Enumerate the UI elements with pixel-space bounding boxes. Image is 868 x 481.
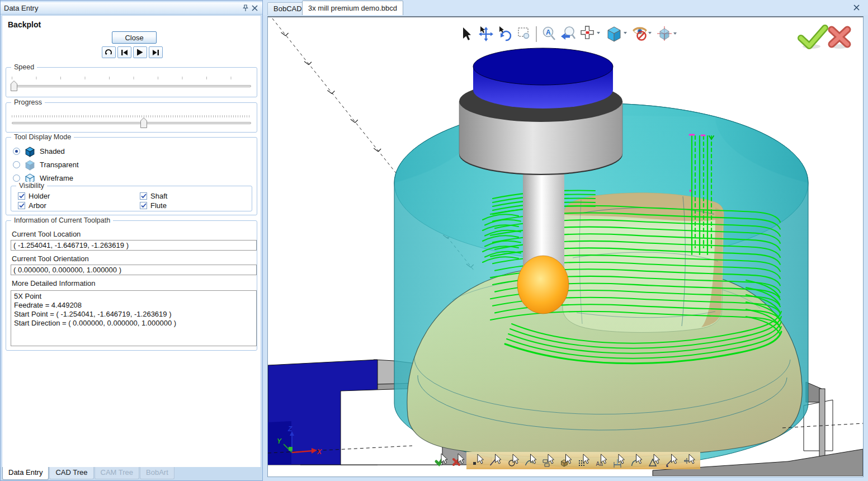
tool-display-mode-label: Tool Display Mode — [11, 133, 74, 141]
tool-location-label: Current Tool Location — [12, 230, 81, 238]
tab-bobart[interactable]: BobArt — [140, 467, 174, 479]
visibility-label: Visibility — [16, 182, 47, 190]
pin-icon[interactable] — [241, 4, 250, 13]
speed-group: Speed — [6, 67, 257, 97]
speed-slider-track[interactable] — [12, 85, 251, 87]
tab-demo-document[interactable]: 3x mill premium demo.bbcd — [302, 1, 403, 15]
cancel-cross-icon[interactable] — [831, 30, 848, 49]
tool-display-mode-group: Tool Display Mode Shaded Transparent — [6, 137, 257, 215]
speed-ticks — [12, 77, 251, 79]
tab-cad-tree[interactable]: CAD Tree — [49, 467, 93, 479]
panel-close-icon[interactable] — [250, 4, 259, 13]
progress-ticks — [12, 115, 251, 117]
repeat-icon[interactable] — [102, 46, 116, 58]
toolpath-info-label: Information of Current Toolpath — [11, 216, 113, 224]
backplot-close-button[interactable]: Close — [112, 31, 157, 44]
detail-info-box[interactable]: 5X Point Feedrate = 4.449208 Start Point… — [11, 290, 257, 346]
radio-transparent-control[interactable] — [13, 161, 20, 168]
checkbox-flute[interactable]: Flute — [140, 201, 167, 210]
progress-slider-track[interactable] — [12, 122, 251, 124]
checkbox-holder[interactable]: Holder — [18, 192, 50, 200]
backplot-form: Backplot Close Speed Progr — [2, 15, 261, 468]
step-forward-icon[interactable] — [149, 46, 163, 58]
viewport[interactable]: Z X Y — [267, 16, 864, 477]
progress-group: Progress — [6, 102, 257, 133]
zoom-fit-letter: A — [546, 29, 551, 36]
axis-label-z: Z — [287, 425, 293, 433]
panel-titlebar: Data Entry — [1, 2, 262, 15]
progress-label: Progress — [11, 98, 45, 106]
data-entry-panel: Data Entry Backplot Close — [0, 0, 263, 481]
panel-tab-strip: Data Entry CAD Tree CAM Tree BobArt — [1, 467, 262, 480]
radio-shaded-control[interactable] — [13, 148, 20, 155]
transparent-cube-icon — [24, 159, 36, 171]
document-close-icon[interactable] — [853, 3, 861, 12]
radio-shaded[interactable]: Shaded — [13, 145, 65, 157]
speed-label: Speed — [11, 63, 37, 71]
tool-orientation-field[interactable] — [11, 265, 257, 275]
speed-slider-thumb[interactable] — [11, 81, 17, 91]
tool-location-field[interactable] — [11, 240, 257, 251]
panel-title: Data Entry — [4, 4, 241, 12]
playback-controls — [2, 46, 261, 58]
checkbox-shaft[interactable]: Shaft — [140, 192, 167, 200]
document-tab-strip: BobCAD1 3x mill premium demo.bbcd — [263, 0, 868, 15]
axis-label-x: X — [317, 448, 322, 456]
progress-slider-thumb[interactable] — [140, 117, 147, 128]
radio-transparent[interactable]: Transparent — [13, 159, 79, 170]
toolpath-info-group: Information of Current Toolpath Current … — [6, 220, 257, 351]
checkbox-arbor[interactable]: Arbor — [18, 201, 46, 210]
selection-filter-toolbar: Aa — [436, 452, 700, 469]
radio-wireframe-control[interactable] — [13, 175, 20, 182]
play-icon[interactable] — [133, 46, 147, 58]
tool-ball-tip — [517, 256, 569, 314]
document-area: BobCAD1 3x mill premium demo.bbcd — [263, 0, 868, 481]
tab-cam-tree[interactable]: CAM Tree — [95, 467, 140, 479]
shaded-cube-icon — [24, 145, 36, 157]
tool-orientation-label: Current Tool Orientation — [12, 254, 89, 263]
detail-info-label: More Detailed Information — [12, 279, 96, 287]
tab-data-entry[interactable]: Data Entry — [2, 467, 49, 480]
axis-label-y: Y — [277, 437, 282, 445]
step-back-icon[interactable] — [117, 46, 131, 58]
visibility-group: Visibility Holder Shaft Arbor Flute — [11, 186, 252, 211]
backplot-heading: Backplot — [8, 20, 41, 29]
